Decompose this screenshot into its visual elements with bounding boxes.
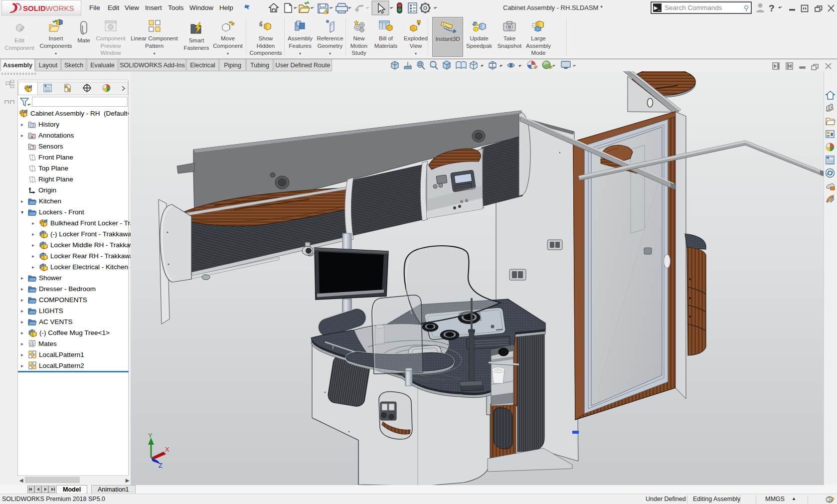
svg-text:Y: Y: [148, 432, 153, 439]
svg-text:Z: Z: [159, 462, 163, 469]
svg-text:?: ?: [769, 3, 775, 13]
svg-text:SOLIDWORKS: SOLIDWORKS: [23, 4, 74, 12]
svg-text:!: !: [327, 11, 328, 14]
svg-text:X: X: [165, 446, 169, 453]
